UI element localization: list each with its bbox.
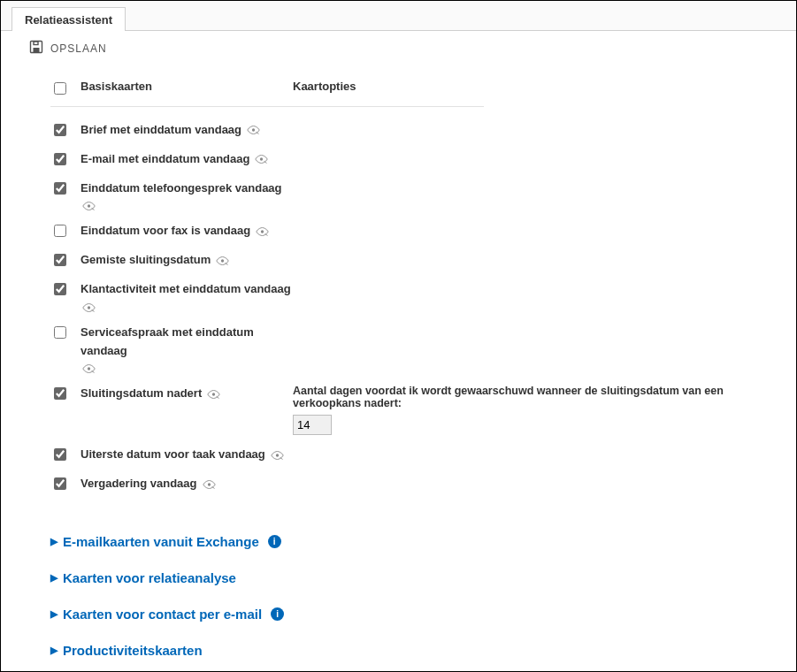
card-label: Vergadering vandaag [80, 475, 197, 493]
card-row: Einddatum voor fax is vandaag [50, 217, 780, 246]
expand-icon: ▶ [50, 537, 57, 546]
preview-icon[interactable] [255, 154, 268, 164]
svg-point-5 [88, 205, 90, 208]
svg-rect-1 [34, 48, 40, 53]
preview-icon[interactable] [256, 226, 269, 237]
option-days-input[interactable] [293, 415, 332, 435]
section-label: Kaarten voor relatieanalyse [63, 570, 236, 585]
preview-icon[interactable] [82, 201, 96, 211]
header-kaartopties: Kaartopties [293, 80, 356, 97]
card-checkbox[interactable] [54, 283, 66, 295]
section-header[interactable]: ▶Kaarten voor relatieanalyse [50, 560, 780, 596]
card-row: Gemiste sluitingsdatum [50, 246, 780, 275]
card-label: Einddatum voor fax is vandaag [80, 222, 250, 241]
expand-icon: ▶ [50, 573, 57, 583]
svg-point-6 [261, 230, 264, 233]
save-button[interactable]: OPSLAAN [50, 42, 107, 55]
card-row: Vergadering vandaag [50, 470, 780, 499]
card-label: Gemiste sluitingsdatum [80, 251, 211, 270]
rows-list: Brief met einddatum vandaagE-mail met ei… [50, 116, 780, 499]
expand-icon: ▶ [50, 609, 57, 619]
card-label: E-mail met einddatum vandaag [80, 150, 249, 169]
card-checkbox[interactable] [54, 225, 66, 237]
header-basiskaarten: Basiskaarten [80, 80, 293, 97]
card-option-cell: Aantal dagen voordat ik wordt gewaarschu… [293, 385, 780, 435]
preview-icon[interactable] [207, 389, 220, 400]
toolbar: OPSLAAN [1, 31, 796, 65]
card-row: Klantactiviteit met einddatum vandaag [50, 275, 780, 318]
preview-icon[interactable] [203, 479, 216, 490]
svg-rect-2 [34, 42, 38, 45]
card-row: Brief met einddatum vandaag [50, 116, 780, 145]
app-frame: Relatieassistent OPSLAAN Basiskaarten Ka… [0, 0, 797, 672]
svg-point-8 [88, 306, 90, 309]
card-row: Uiterste datum voor taak vandaag [50, 440, 780, 470]
card-row: Serviceafspraak met einddatum vandaag [50, 318, 780, 380]
card-row: E-mail met einddatum vandaag [50, 145, 780, 174]
card-checkbox[interactable] [54, 326, 66, 339]
svg-point-9 [88, 368, 90, 370]
card-label: Einddatum telefoongesprek vandaag [80, 179, 282, 198]
card-label: Brief met einddatum vandaag [80, 121, 241, 140]
section-label: E-mailkaarten vanuit Exchange [63, 534, 259, 549]
section-header[interactable]: ▶E-mailkaarten vanuit Exchangei [50, 523, 780, 560]
section-header[interactable]: ▶"Vandaag"-kaarten [50, 668, 780, 672]
card-row: Einddatum telefoongesprek vandaag [50, 174, 780, 218]
tab-label: Relatieassistent [25, 13, 112, 27]
select-all-checkbox[interactable] [54, 82, 66, 95]
preview-icon[interactable] [82, 302, 96, 313]
section-label: Productiviteitskaarten [63, 643, 203, 658]
card-label: Serviceafspraak met einddatum vandaag [80, 324, 293, 361]
preview-icon[interactable] [216, 256, 229, 266]
section-header[interactable]: ▶Productiviteitskaarten [50, 632, 780, 668]
save-icon[interactable] [29, 40, 43, 57]
card-checkbox[interactable] [54, 182, 66, 195]
card-label: Sluitingsdatum nadert [80, 385, 202, 403]
card-checkbox[interactable] [54, 124, 66, 136]
svg-point-7 [221, 259, 224, 262]
card-checkbox[interactable] [54, 387, 66, 400]
preview-icon[interactable] [271, 450, 284, 461]
option-label: Aantal dagen voordat ik wordt gewaarschu… [293, 385, 773, 409]
tab-strip: Relatieassistent [1, 1, 796, 31]
card-row: Sluitingsdatum nadertAantal dagen voorda… [50, 379, 780, 440]
preview-icon[interactable] [247, 125, 260, 135]
card-checkbox[interactable] [54, 153, 66, 165]
svg-point-12 [207, 483, 210, 485]
card-checkbox[interactable] [54, 254, 66, 266]
section-label: Kaarten voor contact per e-mail [63, 607, 262, 622]
card-checkbox[interactable] [54, 448, 66, 461]
expand-icon: ▶ [50, 645, 57, 655]
svg-point-3 [252, 129, 255, 132]
card-label: Uiterste datum voor taak vandaag [80, 446, 265, 464]
content-area: Basiskaarten Kaartopties Brief met eindd… [1, 65, 796, 672]
card-checkbox[interactable] [54, 477, 66, 490]
tab-relatieassistent[interactable]: Relatieassistent [11, 7, 126, 31]
svg-point-10 [212, 393, 215, 395]
column-headers: Basiskaarten Kaartopties [50, 74, 484, 107]
section-header[interactable]: ▶Kaarten voor contact per e-maili [50, 596, 780, 632]
info-icon[interactable]: i [268, 535, 281, 548]
svg-point-11 [276, 454, 279, 456]
info-icon[interactable]: i [271, 607, 284, 621]
card-label: Klantactiviteit met einddatum vandaag [80, 280, 291, 299]
svg-point-4 [260, 158, 263, 161]
preview-icon[interactable] [82, 363, 96, 374]
collapsible-sections: ▶E-mailkaarten vanuit Exchangei▶Kaarten … [50, 523, 780, 672]
